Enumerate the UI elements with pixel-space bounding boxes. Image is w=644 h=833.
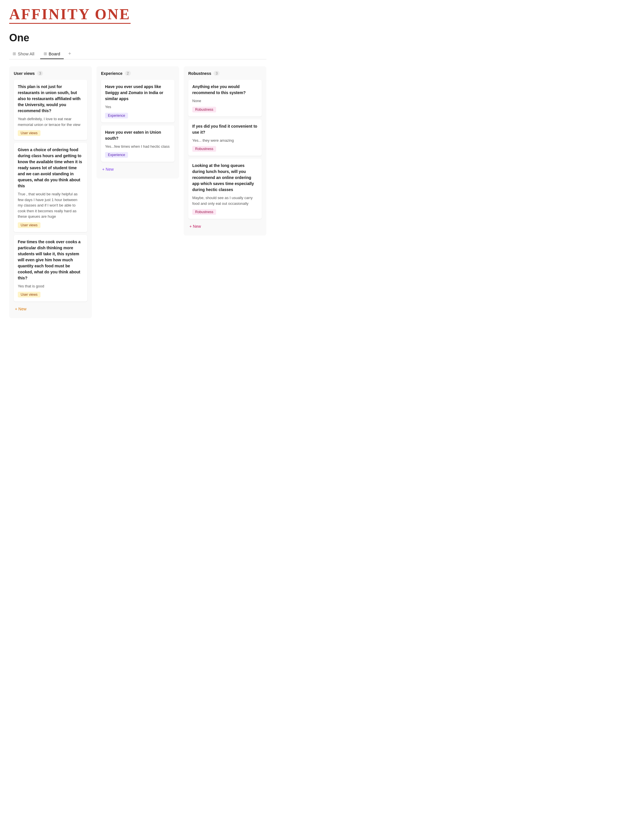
column-title: Robustness (188, 71, 211, 76)
column-user-views: User views 3 This plan is not just for r… (9, 66, 92, 318)
column-robustness: Robustness 3 Anything else you would rec… (184, 66, 266, 235)
card-tag: User views (18, 130, 40, 136)
table-icon: ⊞ (13, 51, 16, 56)
card-tag: Robustness (192, 146, 216, 152)
new-button-robustness[interactable]: + New (188, 222, 202, 231)
card-question: If yes did you find it convenient to use… (192, 123, 258, 135)
card-robustness-1: Anything else you would recommend to thi… (188, 80, 262, 116)
column-experience: Experience 2 Have you ever used apps lik… (97, 66, 179, 178)
logo-wrapper: AFFINITY ONE (9, 7, 266, 24)
column-title: Experience (101, 71, 122, 76)
column-header-robustness: Robustness 3 (188, 71, 262, 76)
card-answer: Yes...few times when I had hectic class (105, 144, 171, 150)
card-answer: Yes... they were amazing (192, 138, 258, 143)
card-answer: Yeah definitely, I love to eat near memo… (18, 116, 83, 127)
column-header-user-views: User views 3 (14, 71, 87, 76)
card-question: Have you ever used apps like Swiggy and … (105, 84, 171, 102)
column-count: 3 (37, 71, 43, 76)
card-tag: Experience (105, 152, 128, 158)
card-experience-2: Have you ever eaten in Union south? Yes.… (101, 125, 174, 162)
column-title: User views (14, 71, 35, 76)
board-icon: ⊞ (43, 51, 47, 56)
card-answer: True , that would be really helpful as f… (18, 191, 83, 219)
column-count: 3 (214, 71, 219, 76)
card-user-views-1: This plan is not just for restaurants in… (14, 80, 87, 140)
card-tag: User views (18, 222, 40, 228)
card-user-views-3: Few times the cook over cooks a particul… (14, 235, 87, 302)
card-question: This plan is not just for restaurants in… (18, 84, 83, 114)
tab-show-all[interactable]: ⊞ Show All (9, 49, 38, 59)
card-tag: Robustness (192, 209, 216, 215)
page-title: One (9, 32, 266, 44)
add-tab-button[interactable]: + (66, 48, 74, 59)
card-answer: Yes that is good (18, 283, 83, 289)
tabs-bar: ⊞ Show All ⊞ Board + (9, 48, 266, 60)
card-robustness-3: Looking at the long queues during lunch … (188, 159, 262, 219)
new-button-experience[interactable]: + New (101, 165, 115, 174)
card-answer: None (192, 98, 258, 104)
card-answer: Yes (105, 104, 171, 110)
column-header-experience: Experience 2 (101, 71, 174, 76)
card-tag: Experience (105, 113, 128, 119)
card-tag: Robustness (192, 107, 216, 113)
column-count: 2 (125, 71, 131, 76)
card-user-views-2: Given a choice of ordering food during c… (14, 143, 87, 232)
app-logo: AFFINITY ONE (9, 7, 266, 24)
card-question: Given a choice of ordering food during c… (18, 147, 83, 189)
tab-board[interactable]: ⊞ Board (40, 49, 64, 59)
card-question: Have you ever eaten in Union south? (105, 129, 171, 142)
card-question: Few times the cook over cooks a particul… (18, 239, 83, 281)
card-robustness-2: If yes did you find it convenient to use… (188, 119, 262, 156)
card-answer: Maybe, should see as I usually carry foo… (192, 195, 258, 206)
card-tag: User views (18, 292, 40, 298)
card-question: Anything else you would recommend to thi… (192, 84, 258, 96)
card-question: Looking at the long queues during lunch … (192, 162, 258, 193)
card-experience-1: Have you ever used apps like Swiggy and … (101, 80, 174, 122)
board-columns: User views 3 This plan is not just for r… (9, 66, 266, 318)
new-button-user-views[interactable]: + New (14, 304, 27, 314)
